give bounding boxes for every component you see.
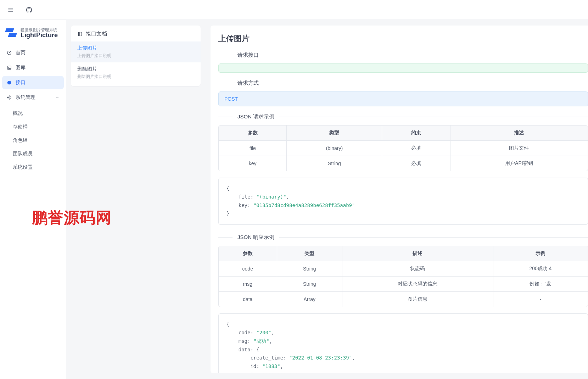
th: 类型 <box>277 246 342 261</box>
sidebar-item-api[interactable]: 接口 <box>2 76 64 89</box>
table-row: msg String 对应状态码的信息 例如："发 <box>219 277 588 292</box>
method-box: POST <box>218 91 588 106</box>
svg-point-3 <box>7 81 11 85</box>
github-icon <box>26 6 33 13</box>
api-item-title: 上传图片 <box>77 45 194 51</box>
dashboard-icon <box>6 50 12 56</box>
sidebar-item-gallery[interactable]: 图库 <box>2 61 64 74</box>
api-list-card: 接口文档 上传图片 上传图片接口说明 删除图片 删除图片接口说明 <box>71 26 201 86</box>
th: 描述 <box>450 126 588 141</box>
th: 参数 <box>219 126 287 141</box>
api-item-upload[interactable]: 上传图片 上传图片接口说明 <box>71 41 201 62</box>
gear-icon <box>6 95 12 100</box>
response-code: { code: "200", msg: "成功", data: { create… <box>218 313 588 373</box>
topbar <box>0 0 588 20</box>
sidebar: 轻量级图片管理系统 LightPicture 首页 图库 接口 系统管理 <box>0 20 66 379</box>
sidebar-sub-role[interactable]: 角色组 <box>9 134 64 147</box>
sidebar-item-label: 图库 <box>16 65 60 71</box>
sidebar-sub-team[interactable]: 团队成员 <box>9 147 64 160</box>
chevron-up-icon <box>55 95 60 100</box>
book-icon <box>77 31 83 37</box>
section-title: 请求方式 <box>237 80 259 87</box>
api-list-title: 接口文档 <box>71 30 201 41</box>
api-item-sub: 删除图片接口说明 <box>77 74 194 80</box>
api-list: 上传图片 上传图片接口说明 删除图片 删除图片接口说明 <box>71 41 201 83</box>
menu-toggle-button[interactable] <box>6 6 15 14</box>
api-item-title: 删除图片 <box>77 66 194 72</box>
sidebar-sub-bucket[interactable]: 存储桶 <box>9 121 64 133</box>
image-icon <box>6 65 12 71</box>
section-request: JSON 请求示例 参数 类型 约束 描述 file (binary) <box>218 113 588 225</box>
section-title: JSON 响应示例 <box>237 234 274 241</box>
main: 上传图片 请求接口 请求方式 <box>206 20 588 379</box>
sidebar-item-system[interactable]: 系统管理 <box>2 91 64 104</box>
logo-mark-icon <box>5 27 18 40</box>
svg-point-4 <box>9 97 10 98</box>
th: 类型 <box>287 126 382 141</box>
request-table: 参数 类型 约束 描述 file (binary) 必填 图片文件 <box>218 125 588 171</box>
api-item-sub: 上传图片接口说明 <box>77 53 194 59</box>
table-row: data Array 图片信息 - <box>219 292 588 307</box>
th: 约束 <box>382 126 450 141</box>
nav: 首页 图库 接口 系统管理 概况 存储桶 角色组 团队成员 系统设置 <box>2 46 64 174</box>
th: 示例 <box>493 246 588 261</box>
sidebar-sub-settings[interactable]: 系统设置 <box>9 161 64 174</box>
table-row: file (binary) 必填 图片文件 <box>219 141 588 156</box>
sidebar-item-label: 接口 <box>16 79 60 86</box>
layout: 轻量级图片管理系统 LightPicture 首页 图库 接口 系统管理 <box>0 20 588 379</box>
section-method: 请求方式 POST <box>218 80 588 106</box>
svg-rect-5 <box>78 32 82 36</box>
section-response: JSON 响应示例 参数 类型 描述 示例 code String 状 <box>218 234 588 373</box>
api-item-delete[interactable]: 删除图片 删除图片接口说明 <box>71 62 201 83</box>
hamburger-icon <box>7 6 14 13</box>
endpoint-box <box>218 63 588 73</box>
th: 描述 <box>342 246 493 261</box>
method-value: POST <box>224 96 238 102</box>
api-icon <box>6 80 12 85</box>
table-row: key String 必填 用户API密钥 <box>219 156 588 171</box>
logo[interactable]: 轻量级图片管理系统 LightPicture <box>2 25 64 46</box>
request-code: { file: "(binary)", key: "0135b7d8cd98e4… <box>218 178 588 225</box>
page-title: 上传图片 <box>218 33 588 44</box>
section-title: JSON 请求示例 <box>237 113 274 120</box>
table-row: code String 状态码 200成功 4 <box>219 261 588 277</box>
sidebar-subnav: 概况 存储桶 角色组 团队成员 系统设置 <box>2 107 64 174</box>
response-table: 参数 类型 描述 示例 code String 状态码 200成功 4 <box>218 246 588 307</box>
github-link[interactable] <box>25 6 33 14</box>
sidebar-item-home[interactable]: 首页 <box>2 46 64 60</box>
sidebar-item-label: 系统管理 <box>16 94 52 101</box>
main-card: 上传图片 请求接口 请求方式 <box>211 26 588 373</box>
watermark: 鹏誉源码网 <box>32 207 112 228</box>
section-title: 请求接口 <box>237 52 259 58</box>
api-list-panel: 接口文档 上传图片 上传图片接口说明 删除图片 删除图片接口说明 <box>66 20 206 379</box>
sidebar-item-label: 首页 <box>16 50 60 56</box>
logo-title: LightPicture <box>21 32 58 39</box>
th: 参数 <box>219 246 277 261</box>
sidebar-sub-overview[interactable]: 概况 <box>9 107 64 120</box>
svg-point-2 <box>8 67 9 68</box>
section-endpoint: 请求接口 <box>218 52 588 73</box>
